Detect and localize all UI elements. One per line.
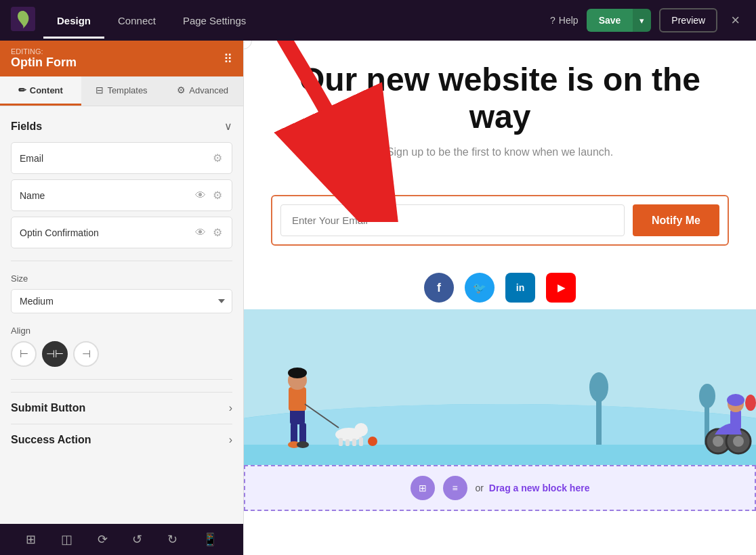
align-section: Align ⊢ ⊣⊢ ⊣ bbox=[11, 326, 232, 367]
illustration bbox=[244, 309, 756, 465]
grid-icon[interactable]: ⠿ bbox=[224, 51, 232, 66]
help-icon: ? bbox=[550, 15, 555, 26]
save-button[interactable]: Save bbox=[587, 9, 633, 32]
tab-page-settings[interactable]: Page Settings bbox=[169, 9, 259, 32]
field-settings-optin-button[interactable]: ⚙ bbox=[211, 225, 224, 240]
size-select[interactable]: Small Medium Large bbox=[11, 289, 232, 313]
editing-label: EDITING: bbox=[11, 47, 77, 56]
form-container: Notify Me bbox=[257, 195, 742, 246]
layers-icon[interactable]: ◫ bbox=[61, 532, 72, 547]
svg-rect-24 bbox=[352, 439, 356, 446]
align-left-button[interactable]: ⊢ bbox=[11, 341, 37, 367]
field-visibility-name-button[interactable]: 👁 bbox=[194, 188, 207, 203]
size-label: Size bbox=[11, 273, 232, 284]
twitter-icon[interactable]: 🐦 bbox=[465, 273, 495, 303]
social-icons: f 🐦 in ▶ bbox=[244, 266, 756, 309]
facebook-icon[interactable]: f bbox=[424, 273, 454, 303]
tab-connect[interactable]: Connect bbox=[104, 9, 169, 32]
sidebar-header-left: EDITING: Optin Form bbox=[11, 47, 77, 70]
size-section: Size Small Medium Large bbox=[11, 273, 232, 313]
drag-text: or Drag a new block here bbox=[476, 483, 590, 493]
success-expand-icon: › bbox=[229, 434, 232, 446]
drag-icon-2: ≡ bbox=[443, 476, 467, 500]
svg-rect-30 bbox=[730, 409, 741, 430]
svg-point-17 bbox=[297, 441, 309, 448]
field-label-email: Email bbox=[20, 153, 211, 164]
svg-rect-25 bbox=[359, 437, 363, 446]
align-right-button[interactable]: ⊣ bbox=[73, 341, 99, 367]
sidebar: EDITING: Optin Form ⠿ ✏ Content ⊟ Templa… bbox=[0, 41, 244, 555]
page-content: Our new website is on the way Sign up to… bbox=[244, 41, 756, 195]
drag-icon-1: ⊞ bbox=[411, 476, 435, 500]
grid-bottom-icon[interactable]: ⊞ bbox=[26, 532, 36, 547]
youtube-icon[interactable]: ▶ bbox=[546, 273, 576, 303]
field-actions-email: ⚙ bbox=[211, 150, 224, 166]
undo-icon[interactable]: ↺ bbox=[132, 532, 142, 547]
align-center-button[interactable]: ⊣⊢ bbox=[42, 341, 68, 367]
close-button[interactable]: × bbox=[726, 9, 745, 32]
svg-point-32 bbox=[727, 394, 744, 406]
save-dropdown-button[interactable]: ▾ bbox=[633, 9, 651, 32]
svg-rect-5 bbox=[244, 445, 756, 465]
fields-chevron-icon[interactable]: ∨ bbox=[224, 120, 232, 133]
submit-button-section[interactable]: Submit Button › bbox=[11, 392, 232, 424]
tab-design[interactable]: Design bbox=[43, 9, 104, 32]
history-icon[interactable]: ⟳ bbox=[98, 532, 108, 547]
field-actions-optin: 👁 ⚙ bbox=[194, 225, 224, 240]
tab-advanced[interactable]: ⚙ Advanced bbox=[162, 76, 243, 106]
page-subtext: Sign up to be the first to know when we … bbox=[285, 146, 715, 158]
settings-icon: ⚙ bbox=[177, 85, 186, 95]
svg-rect-15 bbox=[299, 423, 306, 443]
field-actions-name: 👁 ⚙ bbox=[194, 187, 224, 203]
help-label: Help bbox=[559, 15, 579, 26]
redo-icon[interactable]: ↻ bbox=[167, 532, 177, 547]
field-row-name: Name 👁 ⚙ bbox=[11, 179, 232, 211]
top-nav: Design Connect Page Settings ? Help Save… bbox=[0, 0, 756, 41]
notify-button[interactable]: Notify Me bbox=[633, 204, 719, 236]
field-row-optin: Optin Confirmation 👁 ⚙ bbox=[11, 217, 232, 248]
svg-point-20 bbox=[354, 423, 368, 437]
svg-point-9 bbox=[699, 384, 715, 408]
sidebar-header: EDITING: Optin Form ⠿ bbox=[0, 41, 243, 76]
drag-or-text: or bbox=[476, 483, 484, 493]
tab-templates-label: Templates bbox=[107, 85, 147, 95]
svg-point-29 bbox=[733, 436, 744, 447]
field-settings-email-button[interactable]: ⚙ bbox=[211, 150, 224, 166]
main-area: EDITING: Optin Form ⠿ ✏ Content ⊟ Templa… bbox=[0, 41, 756, 555]
divider-2 bbox=[11, 379, 232, 380]
canvas: ‹ Our new website is on the way Sign up … bbox=[244, 41, 756, 555]
svg-point-27 bbox=[713, 436, 723, 447]
field-row-email: Email ⚙ bbox=[11, 142, 232, 174]
sidebar-tabs: ✏ Content ⊟ Templates ⚙ Advanced bbox=[0, 76, 243, 106]
preview-button[interactable]: Preview bbox=[659, 8, 717, 32]
tab-templates[interactable]: ⊟ Templates bbox=[81, 76, 163, 106]
sidebar-content: Fields ∨ Email ⚙ Name 👁 ⚙ Optin Confirma… bbox=[0, 106, 243, 524]
save-btn-group: Save ▾ bbox=[587, 9, 652, 32]
chevron-down-icon: ▾ bbox=[639, 16, 644, 26]
drag-block[interactable]: ⊞ ≡ or Drag a new block here bbox=[244, 465, 756, 511]
mobile-icon[interactable]: 📱 bbox=[203, 532, 217, 547]
svg-rect-14 bbox=[291, 423, 297, 443]
email-input[interactable] bbox=[280, 204, 625, 236]
field-visibility-optin-button[interactable]: 👁 bbox=[194, 225, 207, 240]
tab-content[interactable]: ✏ Content bbox=[0, 76, 81, 106]
template-icon: ⊟ bbox=[96, 85, 104, 95]
submit-button-title: Submit Button bbox=[11, 402, 85, 414]
svg-rect-23 bbox=[345, 439, 350, 446]
divider-1 bbox=[11, 261, 232, 261]
svg-point-7 bbox=[589, 372, 608, 402]
success-action-section[interactable]: Success Action › bbox=[11, 424, 232, 456]
nav-tabs: Design Connect Page Settings bbox=[43, 9, 550, 32]
success-action-title: Success Action bbox=[11, 434, 91, 446]
tab-advanced-label: Advanced bbox=[189, 85, 228, 95]
align-buttons: ⊢ ⊣⊢ ⊣ bbox=[11, 341, 232, 367]
field-settings-name-button[interactable]: ⚙ bbox=[211, 187, 224, 203]
pencil-icon: ✏ bbox=[18, 85, 26, 95]
help-button[interactable]: ? Help bbox=[550, 15, 579, 26]
linkedin-icon[interactable]: in bbox=[505, 273, 535, 303]
tab-content-label: Content bbox=[30, 85, 63, 95]
svg-rect-6 bbox=[596, 397, 602, 445]
field-label-optin: Optin Confirmation bbox=[20, 227, 194, 238]
logo bbox=[11, 7, 35, 34]
svg-point-33 bbox=[745, 395, 756, 411]
